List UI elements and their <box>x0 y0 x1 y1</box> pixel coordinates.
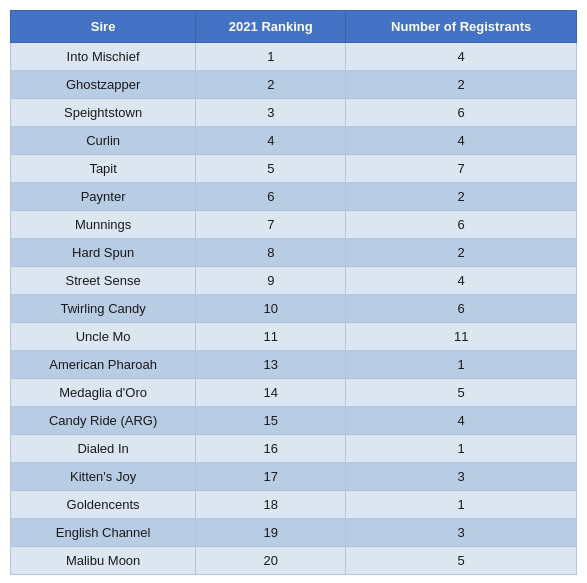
table-cell: Into Mischief <box>11 43 196 71</box>
col-header-registrants: Number of Registrants <box>346 11 577 43</box>
table-cell: 2 <box>346 71 577 99</box>
table-row: Ghostzapper22 <box>11 71 577 99</box>
table-cell: 1 <box>346 351 577 379</box>
table-cell: 1 <box>346 491 577 519</box>
table-row: Goldencents181 <box>11 491 577 519</box>
table-cell: 4 <box>346 407 577 435</box>
table-row: Dialed In161 <box>11 435 577 463</box>
table-cell: 4 <box>346 43 577 71</box>
table-row: Kitten's Joy173 <box>11 463 577 491</box>
table-cell: 19 <box>196 519 346 547</box>
table-cell: 11 <box>196 323 346 351</box>
table-cell: Malibu Moon <box>11 547 196 575</box>
table-cell: American Pharoah <box>11 351 196 379</box>
table-cell: 4 <box>346 267 577 295</box>
table-cell: 1 <box>196 43 346 71</box>
table-cell: Candy Ride (ARG) <box>11 407 196 435</box>
table-cell: 15 <box>196 407 346 435</box>
table-cell: Paynter <box>11 183 196 211</box>
table-cell: Twirling Candy <box>11 295 196 323</box>
table-row: Candy Ride (ARG)154 <box>11 407 577 435</box>
table-cell: 13 <box>196 351 346 379</box>
table-row: Into Mischief14 <box>11 43 577 71</box>
table-cell: Munnings <box>11 211 196 239</box>
table-cell: 2 <box>346 239 577 267</box>
table-row: Paynter62 <box>11 183 577 211</box>
table-row: Hard Spun82 <box>11 239 577 267</box>
table-row: Street Sense94 <box>11 267 577 295</box>
col-header-ranking: 2021 Ranking <box>196 11 346 43</box>
table-cell: Curlin <box>11 127 196 155</box>
table-cell: 18 <box>196 491 346 519</box>
table-cell: 4 <box>196 127 346 155</box>
table-row: Munnings76 <box>11 211 577 239</box>
table-row: Medaglia d'Oro145 <box>11 379 577 407</box>
table-cell: 6 <box>346 211 577 239</box>
table-row: Speightstown36 <box>11 99 577 127</box>
table-cell: 3 <box>346 519 577 547</box>
table-row: Malibu Moon205 <box>11 547 577 575</box>
table-cell: 3 <box>196 99 346 127</box>
table-row: Twirling Candy106 <box>11 295 577 323</box>
table-cell: 9 <box>196 267 346 295</box>
table-cell: Speightstown <box>11 99 196 127</box>
table-cell: 11 <box>346 323 577 351</box>
table-cell: 5 <box>196 155 346 183</box>
table-cell: 14 <box>196 379 346 407</box>
table-header-row: Sire 2021 Ranking Number of Registrants <box>11 11 577 43</box>
table-cell: 7 <box>346 155 577 183</box>
table-cell: 4 <box>346 127 577 155</box>
table-cell: 5 <box>346 379 577 407</box>
table-row: Tapit57 <box>11 155 577 183</box>
table-row: Curlin44 <box>11 127 577 155</box>
table-row: American Pharoah131 <box>11 351 577 379</box>
table-cell: Tapit <box>11 155 196 183</box>
table-cell: 7 <box>196 211 346 239</box>
sire-table: Sire 2021 Ranking Number of Registrants … <box>10 10 577 575</box>
table-cell: English Channel <box>11 519 196 547</box>
table-cell: 8 <box>196 239 346 267</box>
table-cell: 6 <box>196 183 346 211</box>
table-row: English Channel193 <box>11 519 577 547</box>
col-header-sire: Sire <box>11 11 196 43</box>
table-cell: 2 <box>346 183 577 211</box>
table-cell: 10 <box>196 295 346 323</box>
table-cell: 5 <box>346 547 577 575</box>
table-cell: Uncle Mo <box>11 323 196 351</box>
table-cell: 6 <box>346 295 577 323</box>
table-cell: Dialed In <box>11 435 196 463</box>
table-cell: Ghostzapper <box>11 71 196 99</box>
table-cell: Kitten's Joy <box>11 463 196 491</box>
table-cell: 2 <box>196 71 346 99</box>
table-cell: 1 <box>346 435 577 463</box>
table-cell: Street Sense <box>11 267 196 295</box>
table-cell: Hard Spun <box>11 239 196 267</box>
table-row: Uncle Mo1111 <box>11 323 577 351</box>
table-cell: Medaglia d'Oro <box>11 379 196 407</box>
table-cell: Goldencents <box>11 491 196 519</box>
table-cell: 16 <box>196 435 346 463</box>
table-cell: 20 <box>196 547 346 575</box>
table-cell: 6 <box>346 99 577 127</box>
table-cell: 3 <box>346 463 577 491</box>
table-cell: 17 <box>196 463 346 491</box>
